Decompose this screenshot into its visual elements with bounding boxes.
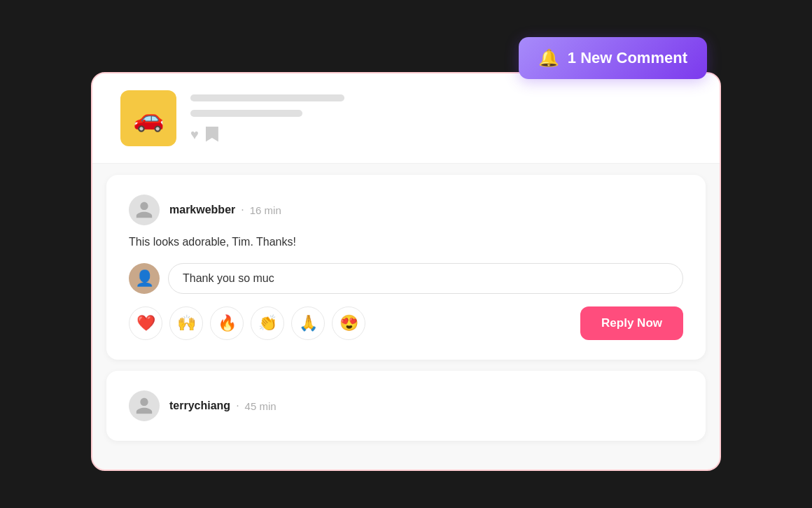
comment-card-2: terrychiang · 45 min [106, 371, 706, 441]
avatar-terrychiang [129, 390, 160, 421]
emoji-raised-hands[interactable]: 🙌 [169, 306, 203, 340]
comment-dot-1: · [241, 204, 244, 216]
emoji-heart-eyes[interactable]: 😍 [332, 306, 365, 340]
reply-avatar: 👤 [129, 263, 160, 294]
comment-meta-1: markwebber · 16 min [169, 204, 281, 216]
post-subtitle-placeholder [190, 110, 302, 117]
emoji-pray[interactable]: 🙏 [291, 306, 325, 340]
reply-now-button[interactable]: Reply Now [580, 306, 683, 340]
emoji-bar: ❤️ 🙌 🔥 👏 🙏 😍 Reply Now [129, 306, 683, 340]
comment-username-1: markwebber [169, 204, 235, 216]
comment-meta-2: terrychiang · 45 min [169, 400, 276, 412]
reply-input[interactable] [168, 263, 683, 294]
comment-username-2: terrychiang [169, 400, 230, 412]
post-actions: ♥ [190, 127, 692, 143]
comment-dot-2: · [236, 400, 239, 412]
comment-card-1: markwebber · 16 min This looks adorable,… [106, 175, 706, 360]
comment-header-2: terrychiang · 45 min [129, 390, 683, 421]
emoji-heart[interactable]: ❤️ [129, 306, 162, 340]
comment-time-2: 45 min [245, 400, 276, 412]
post-section: 🚗 ♥ [92, 73, 720, 164]
post-thumbnail: 🚗 [120, 90, 176, 146]
post-content: ♥ [190, 94, 692, 143]
emoji-clap[interactable]: 👏 [251, 306, 284, 340]
avatar-markwebber [129, 195, 160, 225]
comment-text-1: This looks adorable, Tim. Thanks! [129, 234, 683, 251]
notification-badge[interactable]: 🔔 1 New Comment [519, 37, 707, 79]
emoji-buttons: ❤️ 🙌 🔥 👏 🙏 😍 [129, 306, 365, 340]
notification-label: 1 New Comment [568, 49, 687, 67]
bell-icon: 🔔 [538, 48, 559, 68]
reply-avatar-image: 👤 [135, 269, 154, 288]
comment-header-1: markwebber · 16 min [129, 195, 683, 225]
emoji-fire[interactable]: 🔥 [210, 306, 244, 340]
comments-section: markwebber · 16 min This looks adorable,… [92, 175, 720, 441]
car-icon: 🚗 [133, 104, 164, 133]
reply-area: 👤 [129, 263, 683, 294]
comment-time-1: 16 min [250, 204, 281, 216]
post-title-placeholder [190, 94, 344, 101]
heart-icon[interactable]: ♥ [190, 127, 199, 143]
main-card: 🚗 ♥ [91, 72, 721, 471]
bookmark-icon[interactable] [206, 127, 218, 142]
